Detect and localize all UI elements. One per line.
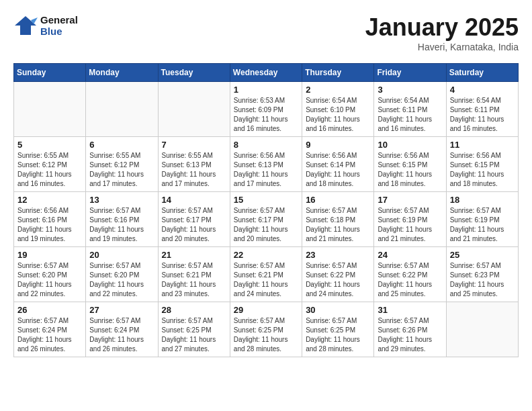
day-number: 9	[306, 140, 370, 150]
day-info: Sunrise: 6:57 AMSunset: 6:19 PMDaylight:…	[378, 206, 442, 244]
day-info: Sunrise: 6:54 AMSunset: 6:10 PMDaylight:…	[306, 96, 370, 134]
calendar-day-5: 5Sunrise: 6:55 AMSunset: 6:12 PMDaylight…	[14, 137, 86, 192]
day-info: Sunrise: 6:57 AMSunset: 6:24 PMDaylight:…	[17, 316, 82, 354]
day-info: Sunrise: 6:57 AMSunset: 6:22 PMDaylight:…	[306, 261, 370, 299]
calendar-day-1: 1Sunrise: 6:53 AMSunset: 6:09 PMDaylight…	[230, 82, 302, 137]
day-info: Sunrise: 6:55 AMSunset: 6:12 PMDaylight:…	[89, 151, 154, 189]
calendar-day-28: 28Sunrise: 6:57 AMSunset: 6:25 PMDayligh…	[158, 302, 230, 357]
header-sunday: Sunday	[14, 64, 86, 82]
calendar-day-17: 17Sunrise: 6:57 AMSunset: 6:19 PMDayligh…	[374, 192, 446, 247]
day-info: Sunrise: 6:54 AMSunset: 6:11 PMDaylight:…	[378, 96, 442, 134]
day-number: 12	[17, 195, 82, 205]
day-info: Sunrise: 6:56 AMSunset: 6:14 PMDaylight:…	[306, 151, 370, 189]
day-info: Sunrise: 6:57 AMSunset: 6:16 PMDaylight:…	[89, 206, 154, 244]
day-info: Sunrise: 6:55 AMSunset: 6:13 PMDaylight:…	[162, 151, 226, 189]
calendar-day-25: 25Sunrise: 6:57 AMSunset: 6:23 PMDayligh…	[446, 247, 518, 302]
header-monday: Monday	[86, 64, 158, 82]
day-number: 17	[378, 195, 442, 205]
calendar-day-20: 20Sunrise: 6:57 AMSunset: 6:20 PMDayligh…	[86, 247, 158, 302]
day-number: 28	[162, 305, 226, 315]
title-block: January 2025 Haveri, Karnataka, India	[365, 13, 519, 52]
day-number: 6	[89, 140, 154, 150]
day-info: Sunrise: 6:57 AMSunset: 6:24 PMDaylight:…	[89, 316, 154, 354]
logo-text: General Blue	[40, 14, 78, 37]
calendar-table: SundayMondayTuesdayWednesdayThursdayFrid…	[13, 63, 519, 357]
calendar-day-10: 10Sunrise: 6:56 AMSunset: 6:15 PMDayligh…	[374, 137, 446, 192]
calendar-week-3: 12Sunrise: 6:56 AMSunset: 6:16 PMDayligh…	[14, 192, 519, 247]
calendar-day-14: 14Sunrise: 6:57 AMSunset: 6:17 PMDayligh…	[158, 192, 230, 247]
day-info: Sunrise: 6:57 AMSunset: 6:18 PMDaylight:…	[306, 206, 370, 244]
day-number: 1	[234, 85, 298, 95]
day-number: 29	[234, 305, 298, 315]
day-number: 31	[378, 305, 442, 315]
day-info: Sunrise: 6:57 AMSunset: 6:17 PMDaylight:…	[234, 206, 298, 244]
calendar-day-29: 29Sunrise: 6:57 AMSunset: 6:25 PMDayligh…	[230, 302, 302, 357]
day-number: 26	[17, 305, 82, 315]
header-saturday: Saturday	[446, 64, 518, 82]
day-number: 30	[306, 305, 370, 315]
header-tuesday: Tuesday	[158, 64, 230, 82]
calendar-header-row: SundayMondayTuesdayWednesdayThursdayFrid…	[14, 64, 519, 82]
svg-marker-0	[15, 16, 36, 35]
day-number: 11	[450, 140, 515, 150]
calendar-week-2: 5Sunrise: 6:55 AMSunset: 6:12 PMDaylight…	[14, 137, 519, 192]
calendar-day-9: 9Sunrise: 6:56 AMSunset: 6:14 PMDaylight…	[302, 137, 374, 192]
day-info: Sunrise: 6:54 AMSunset: 6:11 PMDaylight:…	[450, 96, 515, 134]
day-number: 25	[450, 250, 515, 260]
day-info: Sunrise: 6:57 AMSunset: 6:20 PMDaylight:…	[89, 261, 154, 299]
day-info: Sunrise: 6:56 AMSunset: 6:16 PMDaylight:…	[17, 206, 82, 244]
calendar-day-22: 22Sunrise: 6:57 AMSunset: 6:21 PMDayligh…	[230, 247, 302, 302]
calendar-day-empty	[446, 302, 518, 357]
day-info: Sunrise: 6:57 AMSunset: 6:21 PMDaylight:…	[162, 261, 226, 299]
calendar-day-empty	[14, 82, 86, 137]
day-number: 3	[378, 85, 442, 95]
logo: General Blue	[13, 13, 78, 38]
day-info: Sunrise: 6:57 AMSunset: 6:22 PMDaylight:…	[378, 261, 442, 299]
day-number: 10	[378, 140, 442, 150]
calendar-week-4: 19Sunrise: 6:57 AMSunset: 6:20 PMDayligh…	[14, 247, 519, 302]
day-number: 23	[306, 250, 370, 260]
calendar-day-12: 12Sunrise: 6:56 AMSunset: 6:16 PMDayligh…	[14, 192, 86, 247]
calendar-day-24: 24Sunrise: 6:57 AMSunset: 6:22 PMDayligh…	[374, 247, 446, 302]
day-info: Sunrise: 6:53 AMSunset: 6:09 PMDaylight:…	[234, 96, 298, 134]
day-number: 19	[17, 250, 82, 260]
calendar-day-6: 6Sunrise: 6:55 AMSunset: 6:12 PMDaylight…	[86, 137, 158, 192]
calendar-day-23: 23Sunrise: 6:57 AMSunset: 6:22 PMDayligh…	[302, 247, 374, 302]
calendar-day-27: 27Sunrise: 6:57 AMSunset: 6:24 PMDayligh…	[86, 302, 158, 357]
day-info: Sunrise: 6:57 AMSunset: 6:21 PMDaylight:…	[234, 261, 298, 299]
page-header: General Blue January 2025 Haveri, Karnat…	[13, 13, 519, 52]
month-title: January 2025	[365, 13, 519, 42]
day-number: 20	[89, 250, 154, 260]
calendar-day-8: 8Sunrise: 6:56 AMSunset: 6:13 PMDaylight…	[230, 137, 302, 192]
calendar-day-empty	[86, 82, 158, 137]
day-number: 18	[450, 195, 515, 205]
day-number: 27	[89, 305, 154, 315]
calendar-day-30: 30Sunrise: 6:57 AMSunset: 6:25 PMDayligh…	[302, 302, 374, 357]
calendar-week-5: 26Sunrise: 6:57 AMSunset: 6:24 PMDayligh…	[14, 302, 519, 357]
header-wednesday: Wednesday	[230, 64, 302, 82]
day-info: Sunrise: 6:55 AMSunset: 6:12 PMDaylight:…	[17, 151, 82, 189]
calendar-day-26: 26Sunrise: 6:57 AMSunset: 6:24 PMDayligh…	[14, 302, 86, 357]
day-info: Sunrise: 6:57 AMSunset: 6:17 PMDaylight:…	[162, 206, 226, 244]
day-number: 21	[162, 250, 226, 260]
day-info: Sunrise: 6:57 AMSunset: 6:25 PMDaylight:…	[306, 316, 370, 354]
day-info: Sunrise: 6:56 AMSunset: 6:13 PMDaylight:…	[234, 151, 298, 189]
day-info: Sunrise: 6:56 AMSunset: 6:15 PMDaylight:…	[378, 151, 442, 189]
day-number: 24	[378, 250, 442, 260]
day-number: 16	[306, 195, 370, 205]
calendar-day-empty	[158, 82, 230, 137]
calendar-day-4: 4Sunrise: 6:54 AMSunset: 6:11 PMDaylight…	[446, 82, 518, 137]
header-friday: Friday	[374, 64, 446, 82]
day-info: Sunrise: 6:57 AMSunset: 6:20 PMDaylight:…	[17, 261, 82, 299]
day-info: Sunrise: 6:57 AMSunset: 6:19 PMDaylight:…	[450, 206, 515, 244]
calendar-day-21: 21Sunrise: 6:57 AMSunset: 6:21 PMDayligh…	[158, 247, 230, 302]
day-number: 13	[89, 195, 154, 205]
header-thursday: Thursday	[302, 64, 374, 82]
day-info: Sunrise: 6:57 AMSunset: 6:23 PMDaylight:…	[450, 261, 515, 299]
day-number: 14	[162, 195, 226, 205]
day-info: Sunrise: 6:56 AMSunset: 6:15 PMDaylight:…	[450, 151, 515, 189]
day-number: 5	[17, 140, 82, 150]
calendar-day-7: 7Sunrise: 6:55 AMSunset: 6:13 PMDaylight…	[158, 137, 230, 192]
day-number: 8	[234, 140, 298, 150]
calendar-day-3: 3Sunrise: 6:54 AMSunset: 6:11 PMDaylight…	[374, 82, 446, 137]
